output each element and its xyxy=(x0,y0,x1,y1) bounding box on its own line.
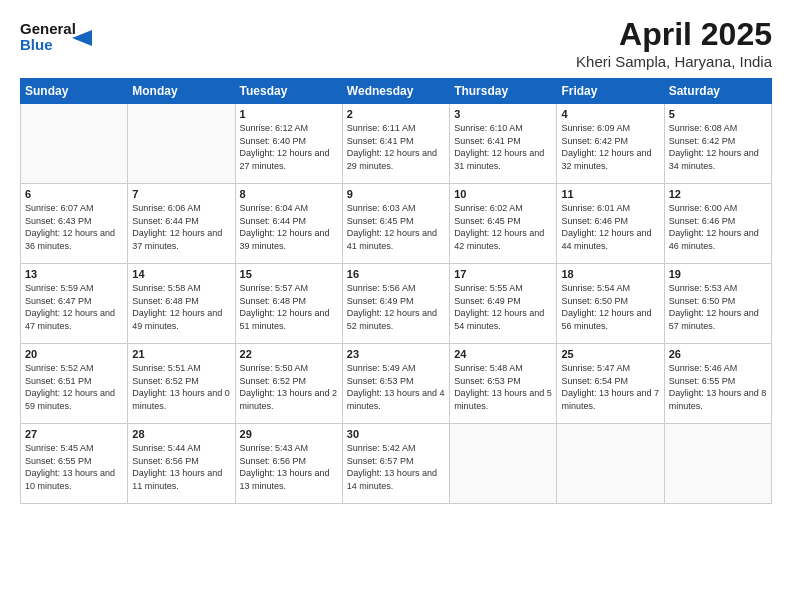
day-info: Sunrise: 5:45 AM Sunset: 6:55 PM Dayligh… xyxy=(25,442,123,492)
calendar-cell: 15Sunrise: 5:57 AM Sunset: 6:48 PM Dayli… xyxy=(235,264,342,344)
calendar-cell xyxy=(21,104,128,184)
day-number: 5 xyxy=(669,108,767,120)
day-number: 27 xyxy=(25,428,123,440)
day-info: Sunrise: 6:12 AM Sunset: 6:40 PM Dayligh… xyxy=(240,122,338,172)
day-info: Sunrise: 5:49 AM Sunset: 6:53 PM Dayligh… xyxy=(347,362,445,412)
day-number: 2 xyxy=(347,108,445,120)
calendar-cell: 17Sunrise: 5:55 AM Sunset: 6:49 PM Dayli… xyxy=(450,264,557,344)
calendar-cell: 21Sunrise: 5:51 AM Sunset: 6:52 PM Dayli… xyxy=(128,344,235,424)
day-info: Sunrise: 5:54 AM Sunset: 6:50 PM Dayligh… xyxy=(561,282,659,332)
calendar-cell: 18Sunrise: 5:54 AM Sunset: 6:50 PM Dayli… xyxy=(557,264,664,344)
calendar-cell: 3Sunrise: 6:10 AM Sunset: 6:41 PM Daylig… xyxy=(450,104,557,184)
calendar-cell: 23Sunrise: 5:49 AM Sunset: 6:53 PM Dayli… xyxy=(342,344,449,424)
week-row-1: 6Sunrise: 6:07 AM Sunset: 6:43 PM Daylig… xyxy=(21,184,772,264)
calendar-cell: 5Sunrise: 6:08 AM Sunset: 6:42 PM Daylig… xyxy=(664,104,771,184)
day-number: 26 xyxy=(669,348,767,360)
day-info: Sunrise: 6:09 AM Sunset: 6:42 PM Dayligh… xyxy=(561,122,659,172)
day-info: Sunrise: 5:43 AM Sunset: 6:56 PM Dayligh… xyxy=(240,442,338,492)
day-info: Sunrise: 6:10 AM Sunset: 6:41 PM Dayligh… xyxy=(454,122,552,172)
calendar-cell: 12Sunrise: 6:00 AM Sunset: 6:46 PM Dayli… xyxy=(664,184,771,264)
days-header-row: SundayMondayTuesdayWednesdayThursdayFrid… xyxy=(21,79,772,104)
calendar-table: SundayMondayTuesdayWednesdayThursdayFrid… xyxy=(20,78,772,504)
calendar-title: April 2025 xyxy=(576,16,772,53)
calendar-cell xyxy=(557,424,664,504)
calendar-cell: 2Sunrise: 6:11 AM Sunset: 6:41 PM Daylig… xyxy=(342,104,449,184)
calendar-cell: 29Sunrise: 5:43 AM Sunset: 6:56 PM Dayli… xyxy=(235,424,342,504)
day-header-thursday: Thursday xyxy=(450,79,557,104)
page: General Blue April 2025 Kheri Sampla, Ha… xyxy=(0,0,792,612)
calendar-cell: 4Sunrise: 6:09 AM Sunset: 6:42 PM Daylig… xyxy=(557,104,664,184)
day-number: 10 xyxy=(454,188,552,200)
week-row-2: 13Sunrise: 5:59 AM Sunset: 6:47 PM Dayli… xyxy=(21,264,772,344)
week-row-0: 1Sunrise: 6:12 AM Sunset: 6:40 PM Daylig… xyxy=(21,104,772,184)
day-header-monday: Monday xyxy=(128,79,235,104)
calendar-cell: 28Sunrise: 5:44 AM Sunset: 6:56 PM Dayli… xyxy=(128,424,235,504)
logo-area: General Blue xyxy=(20,16,100,62)
calendar-cell: 14Sunrise: 5:58 AM Sunset: 6:48 PM Dayli… xyxy=(128,264,235,344)
day-info: Sunrise: 5:47 AM Sunset: 6:54 PM Dayligh… xyxy=(561,362,659,412)
day-info: Sunrise: 5:48 AM Sunset: 6:53 PM Dayligh… xyxy=(454,362,552,412)
week-row-4: 27Sunrise: 5:45 AM Sunset: 6:55 PM Dayli… xyxy=(21,424,772,504)
day-header-sunday: Sunday xyxy=(21,79,128,104)
calendar-cell: 20Sunrise: 5:52 AM Sunset: 6:51 PM Dayli… xyxy=(21,344,128,424)
day-info: Sunrise: 6:06 AM Sunset: 6:44 PM Dayligh… xyxy=(132,202,230,252)
day-number: 13 xyxy=(25,268,123,280)
day-info: Sunrise: 5:55 AM Sunset: 6:49 PM Dayligh… xyxy=(454,282,552,332)
day-number: 24 xyxy=(454,348,552,360)
day-number: 30 xyxy=(347,428,445,440)
day-info: Sunrise: 6:02 AM Sunset: 6:45 PM Dayligh… xyxy=(454,202,552,252)
day-info: Sunrise: 5:56 AM Sunset: 6:49 PM Dayligh… xyxy=(347,282,445,332)
day-number: 23 xyxy=(347,348,445,360)
day-number: 16 xyxy=(347,268,445,280)
day-header-saturday: Saturday xyxy=(664,79,771,104)
day-header-tuesday: Tuesday xyxy=(235,79,342,104)
day-info: Sunrise: 5:50 AM Sunset: 6:52 PM Dayligh… xyxy=(240,362,338,412)
day-number: 4 xyxy=(561,108,659,120)
calendar-cell xyxy=(450,424,557,504)
day-number: 6 xyxy=(25,188,123,200)
calendar-cell: 8Sunrise: 6:04 AM Sunset: 6:44 PM Daylig… xyxy=(235,184,342,264)
svg-text:General: General xyxy=(20,20,76,37)
day-number: 21 xyxy=(132,348,230,360)
day-number: 25 xyxy=(561,348,659,360)
day-number: 14 xyxy=(132,268,230,280)
logo: General Blue xyxy=(20,16,100,62)
day-number: 11 xyxy=(561,188,659,200)
day-number: 8 xyxy=(240,188,338,200)
calendar-cell: 19Sunrise: 5:53 AM Sunset: 6:50 PM Dayli… xyxy=(664,264,771,344)
svg-text:Blue: Blue xyxy=(20,36,53,53)
calendar-subtitle: Kheri Sampla, Haryana, India xyxy=(576,53,772,70)
day-number: 20 xyxy=(25,348,123,360)
day-info: Sunrise: 5:59 AM Sunset: 6:47 PM Dayligh… xyxy=(25,282,123,332)
day-header-friday: Friday xyxy=(557,79,664,104)
day-info: Sunrise: 5:44 AM Sunset: 6:56 PM Dayligh… xyxy=(132,442,230,492)
calendar-cell: 25Sunrise: 5:47 AM Sunset: 6:54 PM Dayli… xyxy=(557,344,664,424)
header: General Blue April 2025 Kheri Sampla, Ha… xyxy=(20,16,772,70)
day-info: Sunrise: 6:04 AM Sunset: 6:44 PM Dayligh… xyxy=(240,202,338,252)
week-row-3: 20Sunrise: 5:52 AM Sunset: 6:51 PM Dayli… xyxy=(21,344,772,424)
day-info: Sunrise: 6:00 AM Sunset: 6:46 PM Dayligh… xyxy=(669,202,767,252)
day-number: 19 xyxy=(669,268,767,280)
day-number: 18 xyxy=(561,268,659,280)
calendar-cell: 30Sunrise: 5:42 AM Sunset: 6:57 PM Dayli… xyxy=(342,424,449,504)
calendar-cell: 1Sunrise: 6:12 AM Sunset: 6:40 PM Daylig… xyxy=(235,104,342,184)
day-number: 29 xyxy=(240,428,338,440)
calendar-cell: 11Sunrise: 6:01 AM Sunset: 6:46 PM Dayli… xyxy=(557,184,664,264)
day-number: 1 xyxy=(240,108,338,120)
day-number: 17 xyxy=(454,268,552,280)
day-info: Sunrise: 5:51 AM Sunset: 6:52 PM Dayligh… xyxy=(132,362,230,412)
day-info: Sunrise: 5:42 AM Sunset: 6:57 PM Dayligh… xyxy=(347,442,445,492)
calendar-cell xyxy=(664,424,771,504)
day-info: Sunrise: 5:46 AM Sunset: 6:55 PM Dayligh… xyxy=(669,362,767,412)
day-info: Sunrise: 6:08 AM Sunset: 6:42 PM Dayligh… xyxy=(669,122,767,172)
calendar-cell: 13Sunrise: 5:59 AM Sunset: 6:47 PM Dayli… xyxy=(21,264,128,344)
day-number: 28 xyxy=(132,428,230,440)
day-number: 9 xyxy=(347,188,445,200)
calendar-cell: 24Sunrise: 5:48 AM Sunset: 6:53 PM Dayli… xyxy=(450,344,557,424)
day-header-wednesday: Wednesday xyxy=(342,79,449,104)
calendar-cell: 22Sunrise: 5:50 AM Sunset: 6:52 PM Dayli… xyxy=(235,344,342,424)
calendar-cell: 7Sunrise: 6:06 AM Sunset: 6:44 PM Daylig… xyxy=(128,184,235,264)
calendar-cell xyxy=(128,104,235,184)
day-info: Sunrise: 6:11 AM Sunset: 6:41 PM Dayligh… xyxy=(347,122,445,172)
day-number: 22 xyxy=(240,348,338,360)
